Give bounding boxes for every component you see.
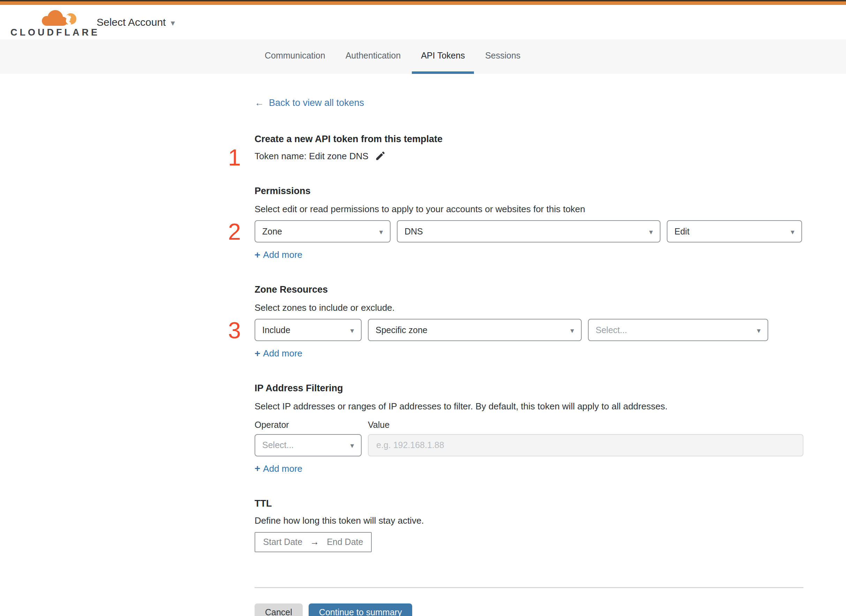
permission-scope-select[interactable]: Zone ▾ [255, 220, 391, 242]
caret-down-icon: ▾ [790, 227, 795, 236]
permissions-title: Permissions [255, 185, 803, 197]
account-selector[interactable]: Select Account ▾ [97, 5, 175, 40]
plus-icon: + [255, 250, 260, 260]
chevron-down-icon: ▾ [171, 18, 175, 27]
zone-type-value: Specific zone [375, 325, 428, 335]
back-link-label: Back to view all tokens [269, 98, 364, 109]
brand-accent-bar [0, 1, 846, 5]
ttl-description: Define how long this token will stay act… [255, 515, 803, 527]
ip-operator-select[interactable]: Select... ▾ [255, 434, 362, 456]
zone-resources-section: Zone Resources Select zones to include o… [255, 284, 803, 359]
app-header: CLOUDFLARE Select Account ▾ [0, 5, 846, 40]
ip-filtering-description: Select IP addresses or ranges of IP addr… [255, 401, 803, 412]
section-title-create-token: Create a new API token from this templat… [255, 133, 803, 145]
ttl-section: TTL Define how long this token will stay… [255, 498, 803, 552]
tab-communication[interactable]: Communication [256, 40, 334, 74]
add-more-label: Add more [263, 249, 302, 260]
plus-icon: + [255, 349, 260, 358]
ttl-title: TTL [255, 498, 803, 510]
ip-filtering-title: IP Address Filtering [255, 383, 803, 395]
permission-access-value: Edit [674, 226, 689, 236]
permissions-description: Select edit or read permissions to apply… [255, 204, 803, 215]
caret-down-icon: ▾ [379, 227, 383, 236]
tab-sessions[interactable]: Sessions [476, 40, 530, 74]
caret-down-icon: ▾ [757, 326, 761, 334]
caret-down-icon: ▾ [649, 227, 653, 236]
footer-divider [255, 587, 803, 588]
continue-to-summary-button[interactable]: Continue to summary [309, 603, 412, 616]
arrow-right-icon: → [310, 537, 319, 547]
cloudflare-cloud-icon [36, 8, 77, 29]
permission-resource-value: DNS [405, 226, 423, 236]
cancel-button[interactable]: Cancel [255, 603, 303, 616]
ip-value-input[interactable] [368, 434, 803, 456]
tab-authentication[interactable]: Authentication [337, 40, 410, 74]
add-more-label: Add more [263, 463, 302, 474]
operator-column-label: Operator [255, 420, 368, 430]
zone-type-select[interactable]: Specific zone ▾ [368, 319, 582, 341]
plus-icon: + [255, 464, 260, 474]
permissions-section: Permissions Select edit or read permissi… [255, 185, 803, 260]
caret-down-icon: ▾ [350, 441, 354, 449]
ttl-start-date-placeholder: Start Date [263, 537, 303, 547]
token-template-section: Create a new API token from this templat… [255, 133, 803, 162]
permission-access-select[interactable]: Edit ▾ [667, 220, 802, 242]
zone-resources-title: Zone Resources [255, 284, 803, 296]
step-number-2: 2 [228, 220, 241, 243]
zone-picker-select[interactable]: Select... ▾ [588, 319, 768, 341]
cloudflare-logo[interactable]: CLOUDFLARE [10, 8, 80, 37]
caret-down-icon: ▾ [570, 326, 574, 334]
main-content: ← Back to view all tokens Create a new A… [255, 74, 803, 616]
footer-actions: Cancel Continue to summary [255, 603, 803, 616]
ttl-date-range-field[interactable]: Start Date → End Date [255, 532, 372, 552]
ttl-end-date-placeholder: End Date [327, 537, 363, 547]
edit-token-name-pencil-icon[interactable] [375, 151, 385, 161]
zone-picker-placeholder: Select... [596, 325, 627, 335]
cloudflare-wordmark: CLOUDFLARE [10, 28, 80, 37]
ip-filtering-add-more-link[interactable]: + Add more [255, 463, 302, 474]
back-to-tokens-link[interactable]: ← Back to view all tokens [255, 98, 364, 109]
add-more-label: Add more [263, 348, 302, 359]
permissions-add-more-link[interactable]: + Add more [255, 249, 302, 260]
ip-filtering-section: IP Address Filtering Select IP addresses… [255, 383, 803, 474]
step-number-1: 1 [228, 146, 241, 169]
back-arrow-icon: ← [255, 98, 264, 109]
zone-resources-description: Select zones to include or exclude. [255, 302, 803, 314]
zone-mode-value: Include [262, 325, 290, 335]
token-name-text: Token name: Edit zone DNS [255, 151, 369, 162]
step-number-3: 3 [228, 319, 241, 342]
value-column-label: Value [368, 420, 390, 430]
permission-scope-value: Zone [262, 226, 282, 236]
account-selector-label: Select Account [97, 16, 166, 28]
permission-resource-select[interactable]: DNS ▾ [397, 220, 661, 242]
tab-api-tokens[interactable]: API Tokens [412, 40, 474, 74]
ip-operator-placeholder: Select... [262, 440, 294, 450]
zone-mode-select[interactable]: Include ▾ [255, 319, 362, 341]
profile-tabbar: Communication Authentication API Tokens … [0, 40, 846, 74]
caret-down-icon: ▾ [350, 326, 354, 334]
zone-resources-add-more-link[interactable]: + Add more [255, 348, 302, 359]
